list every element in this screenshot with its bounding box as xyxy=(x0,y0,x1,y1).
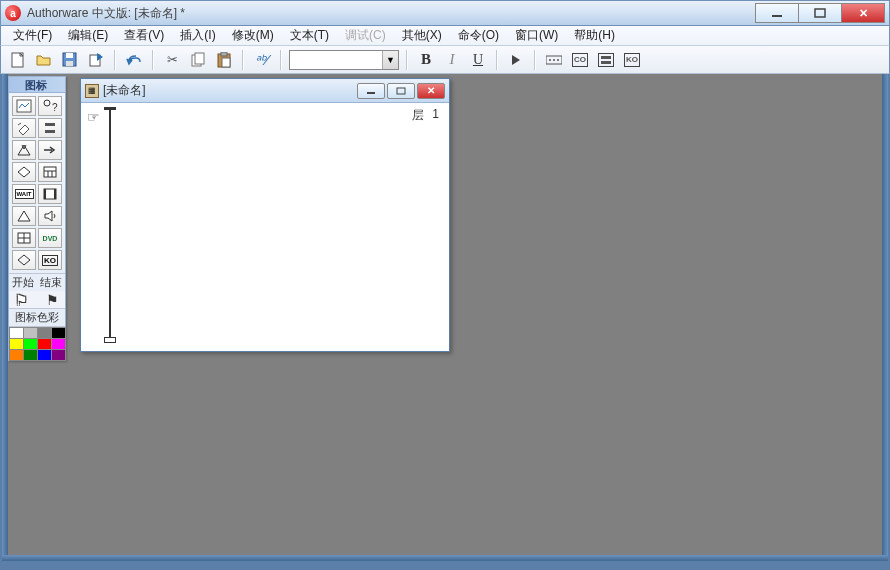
cut-button[interactable]: ✂ xyxy=(161,49,183,71)
menu-xtras[interactable]: 其他(X) xyxy=(394,25,450,46)
flags-row: ⚑ ⚑ xyxy=(9,291,65,309)
wait-icon-button[interactable]: WAIT xyxy=(12,184,36,204)
scissors-icon: ✂ xyxy=(167,52,178,67)
interaction-icon-button[interactable] xyxy=(12,140,36,160)
close-button[interactable]: ✕ xyxy=(841,3,885,23)
flowline-canvas[interactable]: 层 1 ☞ xyxy=(81,103,449,351)
maximize-button[interactable] xyxy=(798,3,842,23)
toolbar-separator xyxy=(114,50,116,70)
variables-icon xyxy=(598,53,614,67)
color-swatch[interactable] xyxy=(23,349,38,361)
open-button[interactable] xyxy=(33,49,55,71)
color-swatches xyxy=(9,327,65,360)
child-close-button[interactable]: ✕ xyxy=(417,83,445,99)
layer-label-text: 层 xyxy=(412,107,424,124)
svg-rect-11 xyxy=(222,58,230,67)
variables-button[interactable] xyxy=(595,49,617,71)
svg-rect-8 xyxy=(195,53,204,64)
menu-debug[interactable]: 调试(C) xyxy=(337,25,394,46)
layer-indicator: 层 1 xyxy=(412,107,439,124)
svg-rect-16 xyxy=(601,56,611,59)
color-swatch[interactable] xyxy=(9,349,24,361)
close-icon: ✕ xyxy=(859,7,868,20)
end-flag[interactable]: ⚑ xyxy=(46,292,59,308)
svg-rect-17 xyxy=(601,61,611,64)
find-button[interactable]: ᵃᵇ⁄ xyxy=(251,49,273,71)
movie-icon xyxy=(42,187,58,201)
new-button[interactable] xyxy=(7,49,29,71)
copy-button[interactable] xyxy=(187,49,209,71)
paste-button[interactable] xyxy=(213,49,235,71)
menu-commands[interactable]: 命令(O) xyxy=(450,25,507,46)
window-title: Authorware 中文版: [未命名] * xyxy=(27,5,185,22)
color-swatch[interactable] xyxy=(37,349,52,361)
ko-icon: KO xyxy=(42,255,58,266)
calc-icon xyxy=(42,121,58,135)
menu-edit[interactable]: 编辑(E) xyxy=(60,25,116,46)
knowledge-object-button[interactable]: KO xyxy=(38,250,62,270)
knowledge-button[interactable]: KO xyxy=(621,49,643,71)
end-label: 结束 xyxy=(40,275,62,290)
svg-rect-34 xyxy=(397,88,405,94)
undo-icon xyxy=(126,53,142,67)
import-button[interactable] xyxy=(85,49,107,71)
child-title-bar[interactable]: ▦ [未命名] ✕ xyxy=(81,79,449,103)
underline-button[interactable]: U xyxy=(467,49,489,71)
control-panel-button[interactable] xyxy=(543,49,565,71)
digital-movie-icon-button[interactable]: DVD xyxy=(38,228,62,248)
save-icon xyxy=(62,52,78,68)
menu-insert[interactable]: 插入(I) xyxy=(172,25,223,46)
menu-file[interactable]: 文件(F) xyxy=(5,25,60,46)
italic-button[interactable]: I xyxy=(441,49,463,71)
child-title: [未命名] xyxy=(103,82,146,99)
calc-icon-button[interactable] xyxy=(38,118,62,138)
toolbar-separator xyxy=(152,50,154,70)
motion-icon-button[interactable]: ? xyxy=(38,96,62,116)
color-swatch[interactable] xyxy=(51,349,66,361)
svg-point-19 xyxy=(44,100,50,106)
child-maximize-button[interactable] xyxy=(387,83,415,99)
paste-icon xyxy=(217,52,231,68)
framework-icon-button[interactable] xyxy=(38,162,62,182)
co-icon: CO xyxy=(572,53,588,67)
start-flag[interactable]: ⚑ xyxy=(15,292,28,308)
map-icon-button[interactable] xyxy=(12,228,36,248)
chevron-down-icon: ▼ xyxy=(382,51,398,69)
bold-button[interactable]: B xyxy=(415,49,437,71)
menu-view[interactable]: 查看(V) xyxy=(116,25,172,46)
start-label: 开始 xyxy=(12,275,34,290)
video-icon-button[interactable] xyxy=(12,250,36,270)
menu-modify[interactable]: 修改(M) xyxy=(224,25,282,46)
child-minimize-button[interactable] xyxy=(357,83,385,99)
frame-bottom xyxy=(2,555,888,561)
toolbar-separator xyxy=(280,50,282,70)
frame-right xyxy=(882,74,888,561)
movie-icon-button[interactable] xyxy=(38,184,62,204)
undo-button[interactable] xyxy=(123,49,145,71)
display-icon-button[interactable] xyxy=(12,96,36,116)
decision-icon-button[interactable] xyxy=(12,162,36,182)
functions-button[interactable]: CO xyxy=(569,49,591,71)
svg-text:?: ? xyxy=(52,102,58,113)
navigate-icon-button[interactable] xyxy=(12,206,36,226)
minimize-icon xyxy=(366,87,376,95)
framework-icon xyxy=(42,165,58,179)
svg-point-14 xyxy=(553,59,555,61)
run-button[interactable] xyxy=(505,49,527,71)
minimize-button[interactable] xyxy=(755,3,799,23)
palette-title: 图标 xyxy=(9,77,65,93)
sound-icon-button[interactable] xyxy=(38,206,62,226)
svg-rect-10 xyxy=(221,52,227,56)
flowline[interactable] xyxy=(109,109,111,337)
menu-window[interactable]: 窗口(W) xyxy=(507,25,566,46)
window-controls: ✕ xyxy=(756,3,885,23)
menu-help[interactable]: 帮助(H) xyxy=(566,25,623,46)
interaction2-icon-button[interactable] xyxy=(38,140,62,160)
erase-icon-button[interactable] xyxy=(12,118,36,138)
font-combo[interactable]: ▼ xyxy=(289,50,399,70)
save-all-button[interactable] xyxy=(59,49,81,71)
menu-text[interactable]: 文本(T) xyxy=(282,25,337,46)
maximize-icon xyxy=(396,87,406,95)
close-icon: ✕ xyxy=(427,85,435,96)
hand-pointer-icon[interactable]: ☞ xyxy=(87,109,100,125)
